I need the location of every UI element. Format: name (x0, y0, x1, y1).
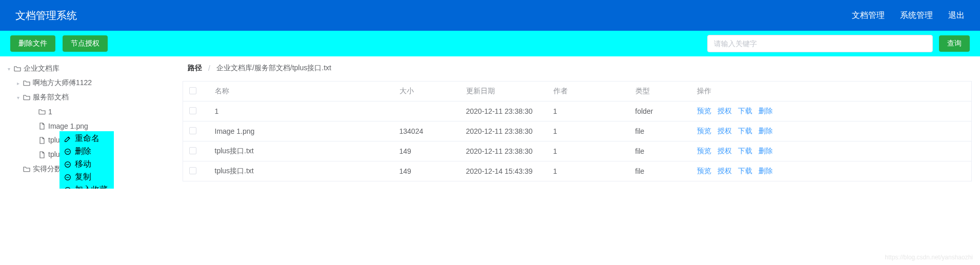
op-link[interactable]: 授权 (717, 107, 732, 116)
col-date: 更新日期 (460, 81, 547, 101)
minus-icon (64, 148, 72, 156)
cell-type: file (629, 141, 691, 161)
cell-size: 134024 (393, 121, 460, 141)
tree-node[interactable]: ▸啊地方大师傅1122 (0, 76, 174, 90)
minus-icon (64, 186, 72, 189)
cell-ops: 预览授权下载删除 (691, 141, 972, 161)
tree-node-label: 企业文档库 (24, 64, 59, 73)
op-link[interactable]: 删除 (758, 127, 773, 136)
toolbar: 删除文件 节点授权 查询 (0, 31, 980, 56)
minus-icon (64, 173, 72, 181)
cell-size: 149 (393, 161, 460, 181)
breadcrumb-sep: / (208, 64, 210, 72)
context-menu-label: 加入收藏 (75, 185, 108, 189)
breadcrumb: 路径 / 企业文档库/服务部文档/tplus接口.txt (183, 64, 972, 73)
op-link[interactable]: 删除 (758, 107, 773, 116)
table-row: 12020-12-11 23:38:301folder预览授权下载删除 (183, 101, 972, 121)
cell-ops: 预览授权下载删除 (691, 101, 972, 121)
context-menu-label: 删除 (75, 146, 91, 157)
minus-icon (64, 160, 72, 169)
cell-type: file (629, 161, 691, 181)
search-input[interactable] (707, 35, 933, 52)
tree-node-label: 实得分数 (33, 165, 62, 174)
select-all-checkbox[interactable] (189, 87, 196, 94)
context-menu-item[interactable]: 加入收藏 (59, 184, 114, 189)
row-checkbox[interactable] (189, 127, 196, 134)
op-link[interactable]: 下载 (738, 167, 752, 176)
cell-date: 2020-12-11 23:38:30 (460, 141, 547, 161)
cell-name: tplus接口.txt (209, 141, 393, 161)
context-menu-item[interactable]: 删除 (59, 145, 114, 158)
op-link[interactable]: 授权 (717, 127, 732, 136)
op-link[interactable]: 授权 (717, 147, 732, 156)
search-button[interactable]: 查询 (939, 35, 970, 52)
breadcrumb-label: 路径 (188, 64, 202, 73)
folder-icon (23, 93, 31, 101)
nav-menu: 文档管理 系统管理 退出 (852, 10, 965, 21)
tree-node[interactable]: 1 (0, 105, 174, 119)
col-size: 大小 (393, 81, 460, 101)
cell-date: 2020-12-11 23:38:30 (460, 121, 547, 141)
op-link[interactable]: 授权 (717, 167, 732, 176)
context-menu-label: 移动 (75, 159, 91, 170)
cell-author: 1 (547, 101, 629, 121)
context-menu-item[interactable]: 重命名 (59, 132, 114, 145)
cell-type: folder (629, 101, 691, 121)
folder-icon (13, 65, 22, 73)
col-type: 类型 (629, 81, 691, 101)
tree-node-label: 1 (48, 108, 52, 116)
op-link[interactable]: 删除 (758, 147, 773, 156)
op-link[interactable]: 下载 (738, 147, 752, 156)
table-row: tplus接口.txt1492020-12-14 15:43:391file预览… (183, 161, 972, 181)
folder-icon (23, 165, 31, 173)
file-icon (38, 136, 46, 145)
chevron-down-icon[interactable]: ▾ (14, 95, 22, 100)
folder-icon (23, 79, 31, 87)
op-link[interactable]: 删除 (758, 167, 773, 176)
cell-name: tplus接口.txt (209, 161, 393, 181)
folder-icon (38, 108, 46, 116)
tree-node-label: Image 1.png (48, 122, 88, 130)
node-auth-button[interactable]: 节点授权 (63, 35, 108, 52)
nav-logout[interactable]: 退出 (948, 10, 965, 21)
context-menu-item[interactable]: 移动 (59, 158, 114, 171)
op-link[interactable]: 预览 (697, 167, 711, 176)
table-row: Image 1.png1340242020-12-11 23:38:301fil… (183, 121, 972, 141)
file-table: 名称 大小 更新日期 作者 类型 操作 12020-12-11 23:38:30… (183, 81, 972, 181)
cell-size (393, 101, 460, 121)
op-link[interactable]: 预览 (697, 147, 711, 156)
op-link[interactable]: 下载 (738, 107, 752, 116)
op-link[interactable]: 预览 (697, 107, 711, 116)
row-checkbox[interactable] (189, 167, 196, 174)
cell-name: Image 1.png (209, 121, 393, 141)
col-author: 作者 (547, 81, 629, 101)
tree-node[interactable]: ▾企业文档库 (0, 62, 174, 76)
context-menu-label: 复制 (75, 172, 91, 182)
cell-type: file (629, 121, 691, 141)
cell-name: 1 (209, 101, 393, 121)
cell-author: 1 (547, 121, 629, 141)
op-link[interactable]: 下载 (738, 127, 752, 136)
chevron-down-icon[interactable]: ▾ (5, 66, 12, 72)
cell-author: 1 (547, 141, 629, 161)
cell-size: 149 (393, 141, 460, 161)
cell-ops: 预览授权下载删除 (691, 121, 972, 141)
op-link[interactable]: 预览 (697, 127, 711, 136)
cell-ops: 预览授权下载删除 (691, 161, 972, 181)
nav-doc-mgmt[interactable]: 文档管理 (852, 10, 885, 21)
delete-file-button[interactable]: 删除文件 (10, 35, 55, 52)
tree-node-label: 啊地方大师傅1122 (33, 78, 92, 88)
row-checkbox[interactable] (189, 107, 196, 114)
breadcrumb-path: 企业文档库/服务部文档/tplus接口.txt (216, 64, 331, 73)
main-panel: 路径 / 企业文档库/服务部文档/tplus接口.txt 名称 大小 更新日期 … (174, 56, 980, 189)
row-checkbox[interactable] (189, 147, 196, 154)
file-icon (38, 122, 46, 130)
sidebar-tree: ▾企业文档库▸啊地方大师傅1122▾服务部文档1Image 1.pngtplus… (0, 56, 174, 189)
tree-node-label: 服务部文档 (33, 93, 69, 102)
chevron-right-icon[interactable]: ▸ (14, 80, 22, 86)
table-row: tplus接口.txt1492020-12-11 23:38:301file预览… (183, 141, 972, 161)
context-menu-item[interactable]: 复制 (59, 171, 114, 184)
nav-sys-mgmt[interactable]: 系统管理 (900, 10, 933, 21)
tree-node[interactable]: ▾服务部文档 (0, 90, 174, 105)
cell-date: 2020-12-11 23:38:30 (460, 101, 547, 121)
